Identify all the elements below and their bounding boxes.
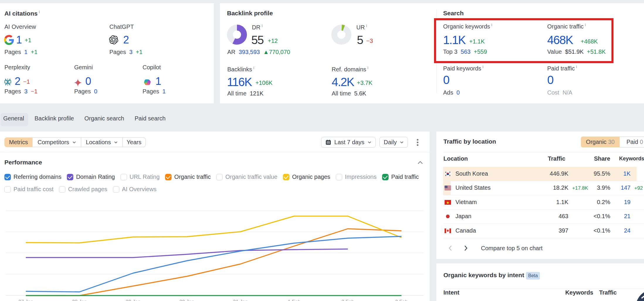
svg-text:27 Jan: 27 Jan [18,299,33,301]
svg-text:28 Jan: 28 Jan [72,299,87,301]
svg-text:1 Feb: 1 Feb [288,299,300,301]
svg-text:2 Feb: 2 Feb [341,299,354,301]
svg-text:31 Jan: 31 Jan [233,299,248,301]
svg-text:3 Feb: 3 Feb [395,299,408,301]
svg-text:30 Jan: 30 Jan [179,299,194,301]
svg-text:29 Jan: 29 Jan [126,299,140,301]
